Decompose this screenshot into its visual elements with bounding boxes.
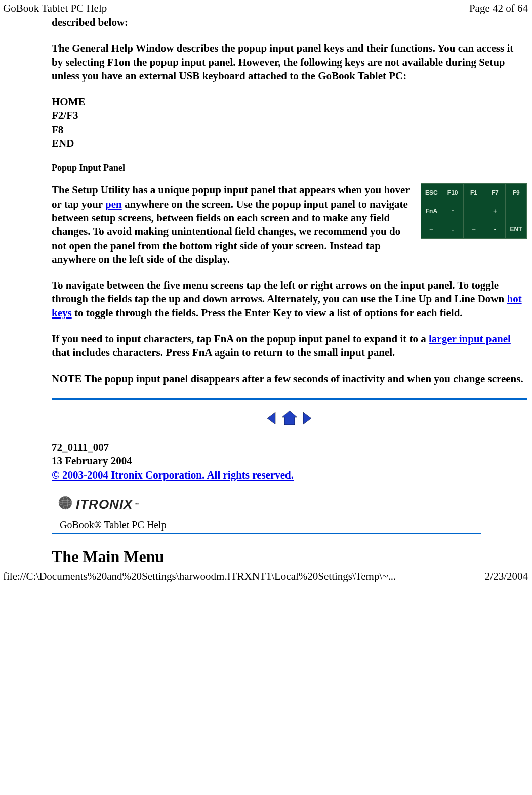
panel-key-down: ↓	[442, 220, 463, 238]
panel-key-plus: +	[484, 202, 506, 220]
trademark-symbol: ™	[134, 502, 139, 507]
panel-key-right: →	[463, 220, 484, 238]
brand-product-label: GoBook® Tablet PC Help	[52, 517, 481, 532]
svg-marker-0	[267, 412, 275, 424]
footer-date: 2/23/2004	[485, 570, 528, 583]
popup-input-panel-heading: Popup Input Panel	[52, 163, 527, 173]
larger-input-panel-link[interactable]: larger input panel	[429, 333, 511, 345]
fna-text-2: that includes characters. Press FnA agai…	[52, 346, 395, 359]
panel-key-f1: F1	[463, 184, 484, 202]
document-number: 72_0111_007	[52, 441, 527, 454]
header-page-number: Page 42 of 64	[469, 2, 528, 15]
section-divider	[52, 398, 527, 400]
unavailable-keys-list: HOME F2/F3 F8 END	[52, 95, 527, 150]
general-help-paragraph: The General Help Window describes the po…	[52, 42, 527, 83]
nav-next-icon[interactable]	[302, 411, 312, 425]
fna-paragraph: If you need to input characters, tap FnA…	[52, 332, 527, 360]
footer-file-path: file://C:\Documents%20and%20Settings\har…	[3, 570, 396, 583]
panel-key-left: ←	[421, 220, 442, 238]
panel-key-esc: ESC	[421, 184, 442, 202]
pen-link[interactable]: pen	[105, 198, 122, 210]
panel-key-f10: F10	[442, 184, 463, 202]
panel-key-ent: ENT	[506, 220, 527, 238]
panel-key-f9: F9	[506, 184, 527, 202]
note-paragraph: NOTE The popup input panel disappears af…	[52, 372, 527, 386]
panel-key-up: ↑	[442, 202, 463, 220]
fna-text-1: If you need to input characters, tap FnA…	[52, 333, 429, 345]
panel-key-fna: FnA	[421, 202, 442, 220]
brand-name: ITRONIX	[76, 497, 133, 512]
copyright-link[interactable]: © 2003-2004 Itronix Corporation. All rig…	[52, 469, 294, 481]
panel-key-minus: -	[484, 220, 506, 238]
nav-text-2: to toggle through the fields. Press the …	[72, 307, 463, 319]
nav-prev-icon[interactable]	[266, 411, 276, 425]
key-f2f3: F2/F3	[52, 109, 527, 123]
nav-text-1: To navigate between the five menu screen…	[52, 279, 507, 305]
key-home: HOME	[52, 95, 527, 109]
globe-icon	[58, 495, 73, 514]
svg-marker-2	[303, 412, 311, 424]
nav-home-icon[interactable]	[281, 410, 298, 425]
key-end: END	[52, 137, 527, 150]
navigation-paragraph: To navigate between the five menu screen…	[52, 279, 527, 320]
navigation-icons	[52, 410, 527, 428]
itronix-logo: ITRONIX™	[58, 495, 139, 514]
popup-input-panel-image: ESC F10 F1 F7 F9 FnA ↑ + ← ↓ → -	[421, 183, 527, 238]
brand-divider	[52, 533, 481, 534]
key-f8: F8	[52, 123, 527, 137]
panel-key-empty1	[463, 202, 484, 220]
document-date: 13 February 2004	[52, 454, 527, 468]
panel-key-empty2	[506, 202, 527, 220]
intro-tail: described below:	[52, 16, 527, 29]
panel-key-f7: F7	[484, 184, 506, 202]
header-title: GoBook Tablet PC Help	[3, 2, 107, 15]
svg-marker-1	[282, 411, 297, 425]
main-menu-heading: The Main Menu	[52, 547, 527, 566]
